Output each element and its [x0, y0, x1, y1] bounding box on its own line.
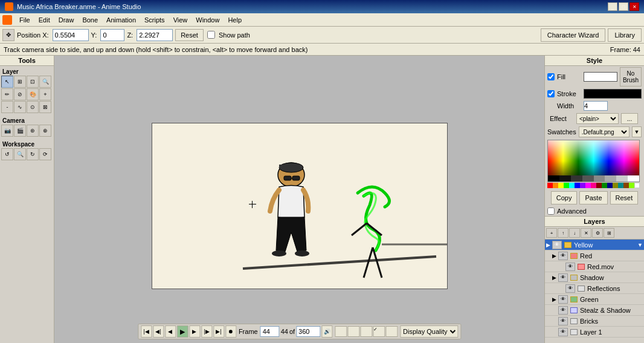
tool-camera4[interactable]: ⊕ [39, 125, 51, 137]
layer-item-yellow[interactable]: ▶ 👁 Yellow ▼ [545, 240, 644, 250]
color-cell-darkred[interactable] [596, 183, 602, 188]
tool-add-point[interactable]: + [39, 88, 51, 100]
maximize-btn[interactable]: □ [619, 2, 628, 11]
color-cell-pink[interactable] [591, 183, 596, 188]
character-wizard-button[interactable]: Character Wizard [541, 28, 606, 42]
layer-eye-red-mov[interactable]: 👁 [565, 263, 575, 271]
library-button[interactable]: Library [608, 28, 642, 42]
color-cell-green[interactable] [564, 183, 569, 188]
copy-button[interactable]: Copy [551, 191, 578, 204]
color-cell-red[interactable] [547, 183, 553, 188]
tool-workspace3[interactable]: ↻ [27, 148, 39, 160]
reset-button[interactable]: Reset [175, 29, 204, 41]
view-mode-4[interactable]: ✓ [373, 326, 385, 337]
layer-down-btn[interactable]: ↓ [569, 228, 580, 238]
layer-item-layer1[interactable]: 👁 Layer 1 [545, 327, 644, 338]
layer-eye-layer1[interactable]: 👁 [558, 328, 568, 336]
audio-btn[interactable]: 🔊 [321, 325, 332, 338]
z-position-input[interactable] [137, 29, 173, 41]
total-frames-input[interactable] [296, 326, 320, 337]
menu-help[interactable]: Help [224, 15, 245, 25]
tool-select-all[interactable]: ⊠ [39, 101, 51, 113]
layer-item-green[interactable]: ▶ 👁 Green [545, 294, 644, 305]
view-mode-5[interactable] [385, 326, 398, 337]
color-cell-brown[interactable] [623, 183, 629, 188]
record-btn[interactable]: ⏺ [225, 325, 236, 338]
layer-item-reflections[interactable]: 👁 Reflections [545, 283, 644, 294]
tool-arrow[interactable]: ↖ [1, 76, 13, 88]
layer-eye-yellow[interactable]: 👁 [552, 241, 562, 249]
layer-item-bricks[interactable]: 👁 Bricks [545, 316, 644, 327]
color-cell-lime[interactable] [629, 183, 634, 188]
canvas-area[interactable]: |◀ ◀| ◀ ▶ ▶ |▶ ▶| ⏺ Frame 44 of 🔊 ✓ Disp… [54, 56, 544, 343]
go-end-btn[interactable]: ▶| [213, 325, 224, 338]
tool-magnet[interactable]: ⊙ [27, 101, 39, 113]
play-btn[interactable]: ▶ [177, 325, 188, 338]
fill-color-box[interactable] [584, 72, 617, 82]
layer-eye-green[interactable]: 👁 [558, 295, 568, 304]
menu-draw[interactable]: Draw [55, 15, 78, 25]
current-frame-input[interactable] [260, 326, 280, 337]
layer-item-red-mov[interactable]: 👁 Red.mov [545, 261, 644, 272]
layer-eye-red[interactable]: 👁 [558, 252, 568, 260]
close-btn[interactable]: ✕ [630, 2, 639, 11]
tool-curve[interactable]: ∿ [14, 101, 26, 113]
color-cell-teal[interactable] [618, 183, 623, 188]
view-mode-3[interactable] [360, 326, 372, 337]
advanced-checkbox[interactable] [547, 207, 555, 215]
menu-file[interactable]: File [16, 15, 34, 25]
paste-button[interactable]: Paste [579, 191, 607, 204]
main-canvas[interactable] [152, 123, 448, 289]
layer-item-shadow[interactable]: ▶ 👁 Shadow [545, 272, 644, 283]
tool-select-move[interactable]: ⊡ [27, 76, 39, 88]
tool-workspace4[interactable]: ⟳ [39, 148, 51, 160]
menu-scripts[interactable]: Scripts [141, 15, 169, 25]
menu-view[interactable]: View [170, 15, 192, 25]
tool-camera2[interactable]: 🎬 [14, 125, 26, 137]
tool-workspace2[interactable]: 🔍 [14, 148, 26, 160]
next-frame-btn[interactable]: ▶ [189, 325, 200, 338]
tool-erase[interactable]: ⊘ [14, 88, 26, 100]
color-cell-darkblue[interactable] [607, 183, 613, 188]
layer-item-red[interactable]: ▶ 👁 Red [545, 250, 644, 261]
layer-eye-stealz[interactable]: 👁 [558, 306, 568, 315]
go-start-btn[interactable]: |◀ [141, 325, 152, 338]
swatches-select[interactable]: .Default.png [579, 126, 630, 137]
effect-apply-btn[interactable]: ... [621, 113, 638, 124]
y-position-input[interactable] [100, 29, 124, 41]
menu-edit[interactable]: Edit [35, 15, 54, 25]
layer-eye-shadow[interactable]: 👁 [558, 273, 568, 282]
tool-transform[interactable]: ⊞ [14, 76, 26, 88]
stroke-color-box[interactable] [584, 89, 642, 99]
reset-style-button[interactable]: Reset [610, 191, 639, 204]
new-layer-btn[interactable]: + [546, 228, 557, 238]
minimize-btn[interactable]: _ [608, 2, 617, 11]
display-quality-select[interactable]: Display Quality [400, 325, 458, 338]
fill-checkbox[interactable] [547, 73, 555, 80]
view-mode-1[interactable] [335, 326, 347, 337]
color-cell-olive[interactable] [613, 183, 618, 188]
tool-workspace1[interactable]: ↺ [1, 148, 13, 160]
layer-item-stealz[interactable]: 👁 Stealz & Shadow [545, 305, 644, 316]
swatches-dropdown-btn[interactable]: ▼ [632, 126, 642, 137]
layer-duplicate-btn[interactable]: ⊞ [604, 228, 614, 238]
effect-select[interactable]: <plain> [576, 113, 619, 124]
layer-eye-bricks[interactable]: 👁 [558, 317, 568, 325]
layer-up-btn[interactable]: ↑ [558, 228, 568, 238]
color-cell-orange[interactable] [553, 183, 558, 188]
tool-paint[interactable]: 🎨 [27, 88, 39, 100]
show-path-checkbox[interactable] [207, 31, 215, 39]
width-input[interactable] [584, 101, 608, 111]
menu-bone[interactable]: Bone [79, 15, 101, 25]
color-cell-white[interactable] [634, 183, 640, 188]
color-cell-purple[interactable] [580, 183, 585, 188]
no-brush-button[interactable]: No Brush [620, 67, 642, 87]
delete-layer-btn[interactable]: ✕ [581, 228, 591, 238]
prev-keyframe-btn[interactable]: ◀| [153, 325, 164, 338]
menu-window[interactable]: Window [192, 15, 223, 25]
tool-camera3[interactable]: ⊛ [27, 125, 39, 137]
color-cell-yellow[interactable] [558, 183, 564, 188]
stroke-checkbox[interactable] [547, 90, 555, 97]
layer-eye-reflections[interactable]: 👁 [565, 284, 575, 293]
tool-camera1[interactable]: 📷 [1, 125, 13, 137]
